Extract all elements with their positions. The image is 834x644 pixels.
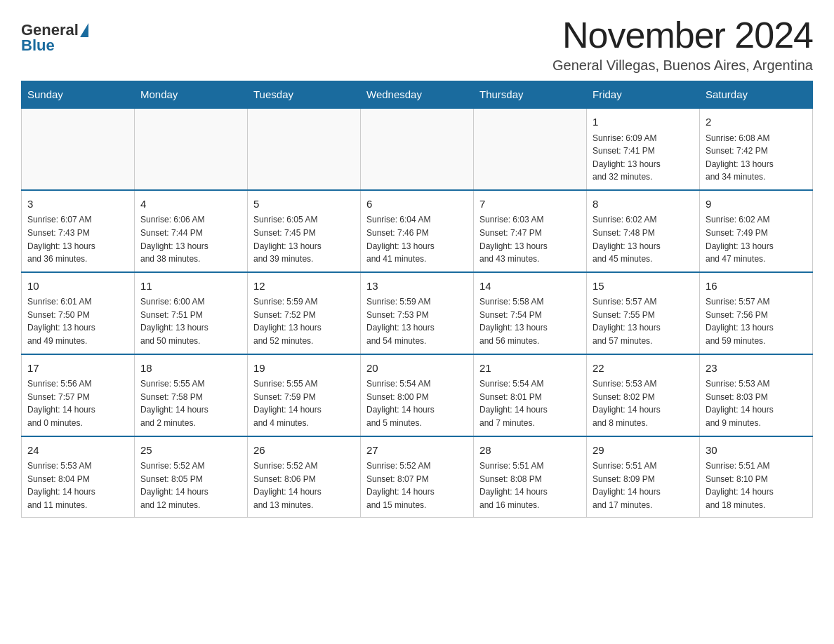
- day-number: 29: [593, 443, 694, 459]
- day-info: Sunrise: 5:59 AM Sunset: 7:53 PM Dayligh…: [366, 295, 468, 347]
- day-info: Sunrise: 5:51 AM Sunset: 8:10 PM Dayligh…: [706, 459, 807, 511]
- day-number: 19: [253, 361, 355, 377]
- calendar-header-tuesday: Tuesday: [248, 81, 361, 109]
- calendar-header-monday: Monday: [135, 81, 248, 109]
- day-number: 23: [706, 361, 807, 377]
- calendar-cell: 1Sunrise: 6:09 AM Sunset: 7:41 PM Daylig…: [587, 108, 700, 190]
- calendar-week-row: 3Sunrise: 6:07 AM Sunset: 7:43 PM Daylig…: [22, 190, 813, 272]
- day-number: 15: [593, 279, 694, 295]
- day-info: Sunrise: 5:53 AM Sunset: 8:03 PM Dayligh…: [706, 377, 807, 429]
- logo: General Blue: [21, 21, 88, 55]
- calendar-header-row: SundayMondayTuesdayWednesdayThursdayFrid…: [22, 81, 813, 109]
- calendar-cell: [135, 108, 248, 190]
- day-info: Sunrise: 5:55 AM Sunset: 7:58 PM Dayligh…: [140, 377, 241, 429]
- day-number: 27: [366, 443, 468, 459]
- day-number: 16: [706, 279, 807, 295]
- calendar-cell: 9Sunrise: 6:02 AM Sunset: 7:49 PM Daylig…: [700, 190, 813, 272]
- day-number: 4: [140, 196, 241, 213]
- day-info: Sunrise: 6:09 AM Sunset: 7:41 PM Dayligh…: [593, 132, 694, 184]
- calendar-cell: 20Sunrise: 5:54 AM Sunset: 8:00 PM Dayli…: [361, 354, 474, 436]
- day-number: 20: [366, 361, 468, 377]
- day-number: 12: [253, 279, 355, 295]
- day-number: 22: [593, 361, 694, 377]
- day-info: Sunrise: 6:00 AM Sunset: 7:51 PM Dayligh…: [140, 295, 241, 347]
- calendar-cell: 24Sunrise: 5:53 AM Sunset: 8:04 PM Dayli…: [22, 436, 135, 518]
- calendar-cell: 23Sunrise: 5:53 AM Sunset: 8:03 PM Dayli…: [700, 354, 813, 436]
- calendar-cell: 2Sunrise: 6:08 AM Sunset: 7:42 PM Daylig…: [700, 108, 813, 190]
- day-number: 1: [593, 114, 694, 130]
- day-number: 6: [366, 196, 468, 213]
- day-info: Sunrise: 5:52 AM Sunset: 8:07 PM Dayligh…: [366, 459, 468, 511]
- calendar-cell: 26Sunrise: 5:52 AM Sunset: 8:06 PM Dayli…: [248, 436, 361, 518]
- calendar-cell: 4Sunrise: 6:06 AM Sunset: 7:44 PM Daylig…: [135, 190, 248, 272]
- day-info: Sunrise: 5:51 AM Sunset: 8:09 PM Dayligh…: [593, 459, 694, 511]
- calendar-cell: 27Sunrise: 5:52 AM Sunset: 8:07 PM Dayli…: [361, 436, 474, 518]
- day-info: Sunrise: 6:05 AM Sunset: 7:45 PM Dayligh…: [253, 213, 355, 265]
- day-info: Sunrise: 5:52 AM Sunset: 8:05 PM Dayligh…: [140, 459, 241, 511]
- day-info: Sunrise: 5:58 AM Sunset: 7:54 PM Dayligh…: [479, 295, 581, 347]
- calendar-cell: [361, 108, 474, 190]
- day-info: Sunrise: 5:59 AM Sunset: 7:52 PM Dayligh…: [253, 295, 355, 347]
- calendar-cell: 3Sunrise: 6:07 AM Sunset: 7:43 PM Daylig…: [22, 190, 135, 272]
- calendar-week-row: 1Sunrise: 6:09 AM Sunset: 7:41 PM Daylig…: [22, 108, 813, 190]
- day-number: 5: [253, 196, 355, 213]
- day-number: 17: [27, 361, 128, 377]
- calendar-header-thursday: Thursday: [474, 81, 587, 109]
- calendar-cell: 17Sunrise: 5:56 AM Sunset: 7:57 PM Dayli…: [22, 354, 135, 436]
- calendar-cell: 6Sunrise: 6:04 AM Sunset: 7:46 PM Daylig…: [361, 190, 474, 272]
- day-info: Sunrise: 6:08 AM Sunset: 7:42 PM Dayligh…: [706, 132, 807, 184]
- day-info: Sunrise: 6:07 AM Sunset: 7:43 PM Dayligh…: [27, 213, 128, 265]
- calendar-cell: 10Sunrise: 6:01 AM Sunset: 7:50 PM Dayli…: [22, 272, 135, 354]
- calendar-cell: 8Sunrise: 6:02 AM Sunset: 7:48 PM Daylig…: [587, 190, 700, 272]
- day-number: 26: [253, 443, 355, 459]
- calendar-cell: 21Sunrise: 5:54 AM Sunset: 8:01 PM Dayli…: [474, 354, 587, 436]
- day-number: 18: [140, 361, 241, 377]
- calendar-week-row: 17Sunrise: 5:56 AM Sunset: 7:57 PM Dayli…: [22, 354, 813, 436]
- day-number: 7: [479, 196, 581, 213]
- calendar-week-row: 10Sunrise: 6:01 AM Sunset: 7:50 PM Dayli…: [22, 272, 813, 354]
- day-number: 25: [140, 443, 241, 459]
- day-number: 24: [27, 443, 128, 459]
- calendar-cell: [474, 108, 587, 190]
- day-number: 21: [479, 361, 581, 377]
- calendar-cell: 15Sunrise: 5:57 AM Sunset: 7:55 PM Dayli…: [587, 272, 700, 354]
- day-info: Sunrise: 6:02 AM Sunset: 7:48 PM Dayligh…: [593, 213, 694, 265]
- calendar-header-saturday: Saturday: [700, 81, 813, 109]
- calendar-cell: 25Sunrise: 5:52 AM Sunset: 8:05 PM Dayli…: [135, 436, 248, 518]
- calendar-header-wednesday: Wednesday: [361, 81, 474, 109]
- day-info: Sunrise: 5:54 AM Sunset: 8:00 PM Dayligh…: [366, 377, 468, 429]
- day-info: Sunrise: 5:53 AM Sunset: 8:04 PM Dayligh…: [27, 459, 128, 511]
- day-number: 3: [27, 196, 128, 213]
- logo-triangle-icon: [80, 23, 88, 37]
- calendar-week-row: 24Sunrise: 5:53 AM Sunset: 8:04 PM Dayli…: [22, 436, 813, 518]
- page-header: General Blue November 2024 General Ville…: [21, 14, 813, 74]
- calendar-cell: 22Sunrise: 5:53 AM Sunset: 8:02 PM Dayli…: [587, 354, 700, 436]
- day-number: 10: [27, 279, 128, 295]
- calendar-cell: 11Sunrise: 6:00 AM Sunset: 7:51 PM Dayli…: [135, 272, 248, 354]
- calendar-cell: 30Sunrise: 5:51 AM Sunset: 8:10 PM Dayli…: [700, 436, 813, 518]
- day-info: Sunrise: 5:55 AM Sunset: 7:59 PM Dayligh…: [253, 377, 355, 429]
- day-number: 8: [593, 196, 694, 213]
- day-number: 11: [140, 279, 241, 295]
- calendar-cell: 19Sunrise: 5:55 AM Sunset: 7:59 PM Dayli…: [248, 354, 361, 436]
- main-title: November 2024: [552, 14, 813, 56]
- day-info: Sunrise: 6:02 AM Sunset: 7:49 PM Dayligh…: [706, 213, 807, 265]
- calendar-cell: [22, 108, 135, 190]
- calendar-header-sunday: Sunday: [22, 81, 135, 109]
- day-info: Sunrise: 5:53 AM Sunset: 8:02 PM Dayligh…: [593, 377, 694, 429]
- day-info: Sunrise: 5:52 AM Sunset: 8:06 PM Dayligh…: [253, 459, 355, 511]
- day-info: Sunrise: 6:03 AM Sunset: 7:47 PM Dayligh…: [479, 213, 581, 265]
- day-info: Sunrise: 6:01 AM Sunset: 7:50 PM Dayligh…: [27, 295, 128, 347]
- day-number: 9: [706, 196, 807, 213]
- day-info: Sunrise: 5:57 AM Sunset: 7:56 PM Dayligh…: [706, 295, 807, 347]
- calendar-table: SundayMondayTuesdayWednesdayThursdayFrid…: [21, 81, 813, 518]
- calendar-cell: [248, 108, 361, 190]
- calendar-cell: 18Sunrise: 5:55 AM Sunset: 7:58 PM Dayli…: [135, 354, 248, 436]
- day-info: Sunrise: 5:51 AM Sunset: 8:08 PM Dayligh…: [479, 459, 581, 511]
- day-number: 30: [706, 443, 807, 459]
- day-info: Sunrise: 6:04 AM Sunset: 7:46 PM Dayligh…: [366, 213, 468, 265]
- day-number: 28: [479, 443, 581, 459]
- calendar-cell: 28Sunrise: 5:51 AM Sunset: 8:08 PM Dayli…: [474, 436, 587, 518]
- calendar-cell: 5Sunrise: 6:05 AM Sunset: 7:45 PM Daylig…: [248, 190, 361, 272]
- day-info: Sunrise: 5:54 AM Sunset: 8:01 PM Dayligh…: [479, 377, 581, 429]
